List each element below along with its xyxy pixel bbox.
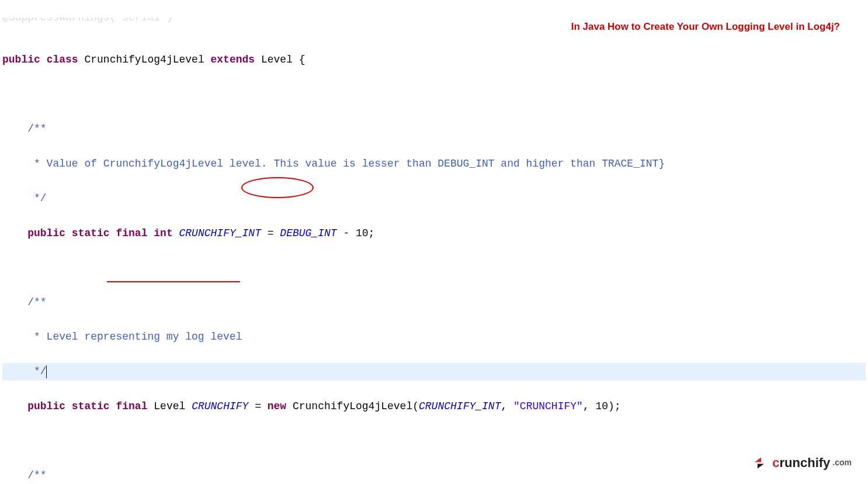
javadoc-end: */ xyxy=(2,192,47,204)
code-line: /** xyxy=(2,294,866,312)
logo: crunchify.com xyxy=(750,452,852,473)
text-cursor xyxy=(46,365,47,378)
indent xyxy=(2,227,27,239)
logo-text-rest: runchify xyxy=(780,455,831,470)
keyword-public: public xyxy=(27,227,65,239)
paren-close: ); xyxy=(608,400,621,412)
arg-string: "CRUNCHIFY" xyxy=(513,400,583,412)
javadoc-text: * Value of CrunchifyLog4jLevel level. Th… xyxy=(2,158,665,170)
code-line-empty xyxy=(2,260,866,276)
code-line: public static final Level CRUNCHIFY = ne… xyxy=(2,398,866,416)
expression-rest: - 10; xyxy=(337,227,375,239)
field-ref: DEBUG_INT xyxy=(280,227,336,239)
code-editor[interactable]: @SuppressWarnings("serial") public class… xyxy=(0,0,868,484)
constructor-call: CrunchifyLog4jLevel xyxy=(293,400,412,412)
keyword-static: static xyxy=(72,227,110,239)
arg-number: 10 xyxy=(596,400,609,412)
javadoc-start: /** xyxy=(2,296,47,308)
code-line: public class CrunchifyLog4jLevel extends… xyxy=(2,51,866,69)
javadoc-start: /** xyxy=(2,469,47,481)
code-line: public static final int CRUNCHIFY_INT = … xyxy=(2,225,866,243)
javadoc-text: * Level representing my log level xyxy=(2,331,242,343)
keyword-static: static xyxy=(72,400,110,412)
field-name: CRUNCHIFY_INT xyxy=(179,227,261,239)
code-line-highlighted: */ xyxy=(2,363,866,381)
code-line: /** xyxy=(2,120,866,138)
keyword-new: new xyxy=(268,400,286,412)
logo-text-c: c xyxy=(772,455,779,470)
indent xyxy=(2,400,27,412)
crunchify-logo-icon xyxy=(750,455,769,471)
keyword-public: public xyxy=(27,400,65,412)
field-name-circled: CRUNCHIFY xyxy=(192,400,248,412)
javadoc-end: */ xyxy=(2,365,47,377)
code-line: */ xyxy=(2,190,866,208)
keyword-final: final xyxy=(116,227,147,239)
super-type: Level xyxy=(261,54,293,65)
code-line: * Level representing my log level xyxy=(2,329,866,346)
class-name: CrunchifyLog4jLevel xyxy=(84,54,204,65)
code-line: * Value of CrunchifyLog4jLevel level. Th… xyxy=(2,155,866,173)
comma: , xyxy=(583,400,596,412)
logo-suffix: .com xyxy=(832,456,852,469)
keyword-public: public xyxy=(2,54,40,65)
code-line-empty xyxy=(2,87,866,103)
code-line-empty xyxy=(2,433,866,450)
keyword-class: class xyxy=(47,54,78,65)
code-line: /** xyxy=(2,467,866,484)
brace: { xyxy=(293,54,305,65)
paren-open: ( xyxy=(412,400,419,412)
javadoc-start: /** xyxy=(2,123,47,134)
keyword-final: final xyxy=(116,400,147,412)
arg-field: CRUNCHIFY_INT xyxy=(419,400,501,412)
keyword-int: int xyxy=(154,227,172,239)
comma: , xyxy=(501,400,513,412)
logo-text: crunchify xyxy=(772,452,830,473)
annotation-title-text: In Java How to Create Your Own Logging L… xyxy=(571,19,840,35)
type: Level xyxy=(154,400,185,412)
equals: = xyxy=(248,400,267,412)
equals: = xyxy=(261,227,280,239)
keyword-extends: extends xyxy=(211,54,255,65)
